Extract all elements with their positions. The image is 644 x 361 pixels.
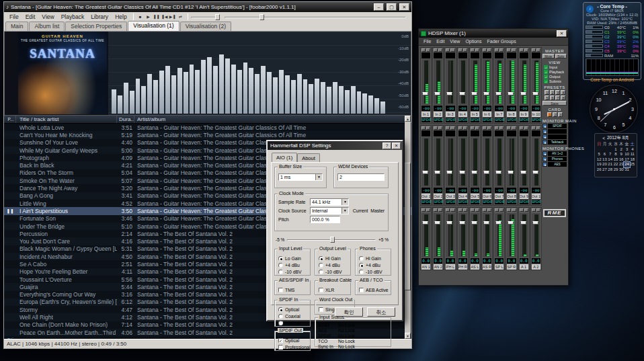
channel-strip-in7[interactable]: -ooIn 7SPDIF bbox=[493, 47, 505, 124]
solo-button[interactable] bbox=[512, 208, 516, 212]
channel-label[interactable]: Out 8 bbox=[507, 194, 516, 199]
calendar-day[interactable]: 15 bbox=[613, 157, 618, 163]
master-mute-button[interactable]: Mute bbox=[542, 54, 555, 58]
mute-button[interactable] bbox=[458, 126, 462, 130]
option--10-dbv[interactable]: -10 dBV bbox=[359, 269, 389, 275]
radio-unselected[interactable] bbox=[359, 270, 364, 274]
seek-bar[interactable] bbox=[225, 13, 406, 21]
check-unselected[interactable] bbox=[359, 288, 364, 292]
menu-edit[interactable]: Edit bbox=[22, 13, 39, 21]
fader-handle[interactable] bbox=[434, 171, 440, 174]
fader-zone[interactable] bbox=[495, 213, 504, 257]
fader-handle[interactable] bbox=[520, 92, 526, 95]
fader-handle[interactable] bbox=[446, 171, 452, 174]
tab-album-list[interactable]: Album list bbox=[29, 22, 65, 31]
preset-8[interactable]: 8 bbox=[561, 95, 565, 100]
chevron-down-icon[interactable]: ▼ bbox=[341, 199, 348, 205]
mixer-menu-view[interactable]: View bbox=[447, 39, 462, 44]
calendar-day[interactable]: 19 bbox=[596, 162, 602, 167]
fader-zone[interactable] bbox=[471, 137, 479, 187]
mixer-title-bar[interactable]: HDSP Mixer (1) ✕ bbox=[419, 29, 568, 38]
speaker-icon[interactable]: ◄ bbox=[542, 134, 547, 139]
channel-strip-out4[interactable]: -ooOut 4SPDIF bbox=[457, 125, 469, 206]
fader-handle[interactable] bbox=[434, 221, 440, 225]
calendar-day[interactable]: 18 bbox=[630, 157, 635, 163]
channel-strip-in2[interactable]: -ooIn 2SPDIF bbox=[432, 47, 444, 124]
transport-button-5[interactable]: ⇄ bbox=[177, 13, 185, 21]
menu-library[interactable]: Library bbox=[87, 13, 112, 21]
fader-handle[interactable] bbox=[532, 92, 538, 95]
channel-strip-spr[interactable]: 0.0SP R bbox=[506, 207, 517, 270]
option-aeb-active[interactable]: AEB Active bbox=[359, 287, 389, 293]
channel-label[interactable]: In 8 bbox=[507, 112, 516, 117]
channel-strip-in6[interactable]: -ooIn 6SPDIF bbox=[481, 47, 493, 124]
radio-selected[interactable] bbox=[319, 256, 323, 261]
calendar-day[interactable]: 4 bbox=[630, 147, 635, 153]
calendar-day[interactable]: 1 bbox=[613, 147, 618, 153]
tab-selection-properties[interactable]: Selection Properties bbox=[65, 22, 127, 31]
fader-zone[interactable] bbox=[458, 137, 467, 187]
mute-button[interactable] bbox=[446, 126, 450, 130]
fader-handle[interactable] bbox=[459, 221, 465, 225]
tab-about[interactable]: About bbox=[297, 153, 320, 163]
checkbox-checked-icon[interactable]: ✓ bbox=[544, 70, 548, 74]
calendar-day[interactable]: 23 bbox=[618, 162, 624, 167]
calendar-widget[interactable]: < 2012年 8月 日月火水木金土 123456789101112131415… bbox=[594, 133, 637, 177]
channel-strip-a2[interactable]: 0.0A 2 bbox=[530, 207, 542, 270]
track-row[interactable]: Whole Lotta Love3:51Santana - Guitar Hea… bbox=[4, 124, 411, 131]
channel-label[interactable]: In 3 bbox=[446, 112, 454, 117]
coretemp-android-link[interactable]: Core Temp on Android bbox=[586, 77, 639, 82]
solo-button[interactable] bbox=[536, 48, 540, 52]
transport-button-1[interactable]: ▶ bbox=[145, 13, 153, 21]
fader-zone[interactable] bbox=[434, 137, 442, 187]
mute-button[interactable] bbox=[434, 208, 438, 212]
preset-5[interactable]: 5 bbox=[545, 95, 549, 100]
channel-label[interactable]: In 4 bbox=[458, 112, 467, 117]
minimize-button[interactable]: – bbox=[374, 3, 384, 11]
monitor-assignment[interactable] bbox=[548, 134, 567, 139]
transport-button-4[interactable]: ▶❚ bbox=[169, 13, 177, 21]
mute-button[interactable] bbox=[520, 126, 524, 130]
preset-2[interactable]: 2 bbox=[550, 90, 555, 95]
fader-zone[interactable] bbox=[458, 213, 467, 257]
radio-unselected[interactable] bbox=[278, 321, 283, 325]
column-header[interactable]: Title / track artist bbox=[16, 116, 117, 123]
mute-button[interactable] bbox=[421, 208, 426, 212]
radio-selected[interactable] bbox=[359, 263, 364, 268]
radio-unselected[interactable] bbox=[278, 263, 283, 268]
speaker-icon[interactable]: ◄ bbox=[542, 151, 547, 156]
speaker-icon[interactable]: ◄ bbox=[542, 162, 547, 167]
fader-handle[interactable] bbox=[495, 171, 501, 174]
solo-button[interactable] bbox=[536, 126, 540, 130]
radio-unselected[interactable] bbox=[319, 270, 323, 274]
channel-strip-in3[interactable]: -ooIn 3SPDIF bbox=[444, 47, 456, 124]
calendar-day[interactable]: 25 bbox=[630, 162, 635, 167]
clock-source-combo[interactable]: Internal▼ bbox=[310, 207, 349, 214]
menu-file[interactable]: File bbox=[6, 13, 22, 21]
solo-button[interactable] bbox=[475, 208, 479, 212]
fader-handle[interactable] bbox=[532, 221, 538, 225]
column-header[interactable]: Dura... bbox=[117, 116, 134, 123]
fader-zone[interactable] bbox=[446, 213, 454, 257]
fader-handle[interactable] bbox=[508, 221, 514, 225]
solo-button[interactable] bbox=[524, 208, 528, 212]
calendar-day[interactable]: 29 bbox=[613, 167, 618, 173]
monitor-assignment[interactable]: Phones bbox=[548, 157, 567, 161]
fader-handle[interactable] bbox=[434, 92, 440, 95]
solo-button[interactable] bbox=[438, 126, 442, 130]
scroll-down-arrow[interactable]: ▼ bbox=[405, 333, 411, 339]
transport-button-3[interactable]: ❚◀ bbox=[161, 13, 169, 21]
channel-label[interactable]: Out 7 bbox=[495, 194, 504, 199]
mixer-menu-file[interactable]: File bbox=[421, 39, 434, 44]
channel-label[interactable]: AN 2 bbox=[434, 264, 442, 270]
core-temp-gadget[interactable]: i - Core Temp - Core i7 980X Clock: 1603… bbox=[583, 2, 641, 80]
fader-handle[interactable] bbox=[508, 92, 514, 95]
mute-button[interactable] bbox=[446, 208, 450, 212]
fader-handle[interactable] bbox=[459, 92, 465, 95]
column-header[interactable]: P... bbox=[4, 116, 16, 123]
channel-strip-in5[interactable]: -ooIn 5SPDIF bbox=[469, 47, 481, 124]
calendar-day[interactable]: 22 bbox=[613, 162, 618, 167]
option-tms[interactable]: TMS bbox=[278, 287, 309, 293]
channel-label[interactable]: In 6 bbox=[483, 112, 491, 117]
pitch-slider[interactable] bbox=[287, 236, 376, 243]
